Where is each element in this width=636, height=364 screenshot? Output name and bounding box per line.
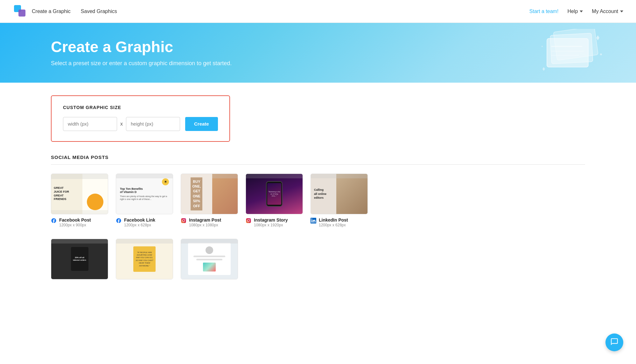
card-thumb-instagram-post: BUYONE,GETONE50%OFF <box>181 174 238 214</box>
svg-point-9 <box>542 46 543 47</box>
svg-rect-4 <box>547 38 588 67</box>
instagram-post-icon <box>181 218 186 225</box>
x-separator: x <box>120 121 123 127</box>
card-size-instagram-story: 1080px x 1920px <box>254 223 288 227</box>
card-name-linkedin-post: LinkedIn Post <box>319 217 348 223</box>
custom-graphic-size-box: CUSTOM GRAPHIC SIZE x Create <box>51 95 230 142</box>
card-size-facebook-post: 1200px x 900px <box>59 223 91 227</box>
navbar-right: Start a team! Help My Account <box>529 9 623 14</box>
card-thumb-linkedin-post: Callingall onlineeditors <box>311 174 368 214</box>
hero-banner: Create a Graphic Select a preset size or… <box>0 23 636 83</box>
card-label-instagram-post: Instagram Post 1080px x 1080px <box>181 217 238 227</box>
custom-size-inputs-row: x Create <box>63 117 218 131</box>
main-content: CUSTOM GRAPHIC SIZE x Create SOCIAL MEDI… <box>0 83 636 292</box>
section-divider <box>51 164 585 165</box>
svg-point-12 <box>185 219 185 220</box>
svg-rect-1 <box>18 10 25 17</box>
card-facebook-link[interactable]: Top Ten Benefitsof Vitamin D There are p… <box>116 174 173 227</box>
facebook-icon <box>51 218 57 225</box>
card-thumb-row2-3 <box>181 239 238 279</box>
svg-rect-13 <box>246 218 251 223</box>
start-team-link[interactable]: Start a team! <box>529 9 559 14</box>
hero-text: Create a Graphic Select a preset size or… <box>51 39 617 67</box>
navbar-links: Create a Graphic Saved Graphics <box>32 9 117 14</box>
card-name-instagram-story: Instagram Story <box>254 217 288 223</box>
custom-graphic-size-title: CUSTOM GRAPHIC SIZE <box>63 105 218 110</box>
card-instagram-post[interactable]: BUYONE,GETONE50%OFF <box>181 174 238 227</box>
social-media-section: SOCIAL MEDIA POSTS GREATJUICE FORGREATFR… <box>51 155 585 279</box>
hero-illustration <box>534 29 604 77</box>
nav-saved-graphics[interactable]: Saved Graphics <box>81 9 117 14</box>
card-name-facebook-post: Facebook Post <box>59 217 91 223</box>
facebook-link-icon <box>116 218 122 225</box>
card-size-instagram-post: 1080px x 1080px <box>189 223 221 227</box>
card-thumb-row2-2: "IF PEOPLE ARE DOUBTING HOW FAR YOU CAN … <box>116 239 173 279</box>
logo[interactable] <box>13 4 27 19</box>
card-row2-3[interactable] <box>181 239 238 279</box>
card-thumb-facebook-link: Top Ten Benefitsof Vitamin D There are p… <box>116 174 173 214</box>
card-row2-2[interactable]: "IF PEOPLE ARE DOUBTING HOW FAR YOU CAN … <box>116 239 173 279</box>
card-thumb-facebook-post: GREATJUICE FORGREATFRIENDS <box>51 174 108 214</box>
social-media-card-grid: GREATJUICE FORGREATFRIENDS Facebook Post… <box>51 174 585 227</box>
card-size-linkedin-post: 1200px x 628px <box>319 223 348 227</box>
create-button[interactable]: Create <box>185 117 218 131</box>
card-label-facebook-link: Facebook Link 1200px x 628px <box>116 217 173 227</box>
svg-point-15 <box>249 219 250 220</box>
card-label-instagram-story: Instagram Story 1080px x 1920px <box>246 217 303 227</box>
height-input[interactable] <box>126 117 180 131</box>
social-media-section-title: SOCIAL MEDIA POSTS <box>51 155 585 160</box>
help-menu[interactable]: Help <box>567 9 583 14</box>
help-label: Help <box>567 9 578 14</box>
card-name-instagram-post: Instagram Post <box>189 217 221 223</box>
svg-point-8 <box>600 53 602 55</box>
nav-create-graphic[interactable]: Create a Graphic <box>32 9 71 14</box>
card-facebook-post[interactable]: GREATJUICE FORGREATFRIENDS Facebook Post… <box>51 174 108 227</box>
social-media-card-grid-row2: 20% off alltakeout orders "IF PEOPLE ARE… <box>51 239 585 279</box>
card-linkedin-post[interactable]: Callingall onlineeditors LinkedIn Post 1… <box>311 174 368 227</box>
card-row2-1[interactable]: 20% off alltakeout orders <box>51 239 108 279</box>
navbar: Create a Graphic Saved Graphics Start a … <box>0 0 636 23</box>
card-thumb-instagram-story: "Marketing is the art of living story...… <box>246 174 303 214</box>
linkedin-icon <box>311 218 316 225</box>
card-size-facebook-link: 1200px x 628px <box>124 223 155 227</box>
help-chevron-icon <box>580 10 583 12</box>
svg-rect-10 <box>181 218 186 223</box>
card-thumb-row2-1: 20% off alltakeout orders <box>51 239 108 279</box>
card-name-facebook-link: Facebook Link <box>124 217 155 223</box>
hero-title: Create a Graphic <box>51 39 617 56</box>
hero-subtitle: Select a preset size or enter a custom g… <box>51 60 617 67</box>
card-label-facebook-post: Facebook Post 1200px x 900px <box>51 217 108 227</box>
account-chevron-icon <box>620 10 623 12</box>
my-account-label: My Account <box>592 9 618 14</box>
card-instagram-story[interactable]: "Marketing is the art of living story...… <box>246 174 303 227</box>
width-input[interactable] <box>63 117 117 131</box>
my-account-menu[interactable]: My Account <box>592 9 623 14</box>
card-label-linkedin-post: LinkedIn Post 1200px x 628px <box>311 217 368 227</box>
instagram-story-icon <box>246 218 251 225</box>
